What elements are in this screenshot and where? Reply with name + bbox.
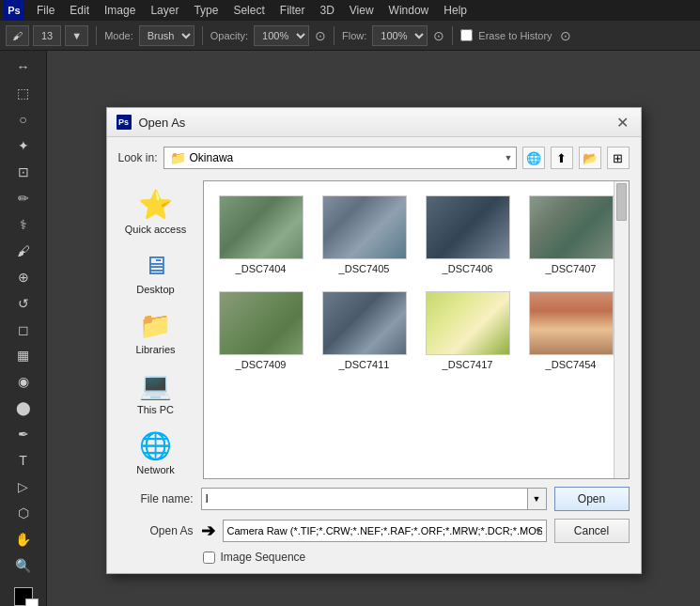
toolbar-divider-1 — [96, 26, 97, 45]
file-name-input-wrapper: ▼ — [201, 488, 547, 510]
nav-network-label: Network — [136, 464, 174, 475]
menu-bar: Ps File Edit Image Layer Type Select Fil… — [0, 0, 700, 21]
file-item[interactable]: _DSC7454 — [521, 285, 621, 377]
toolbar-brush-picker[interactable]: ▼ — [65, 25, 88, 46]
desktop-icon: 🖥 — [143, 250, 169, 281]
tool-magic-wand[interactable]: ✦ — [9, 133, 38, 158]
file-name: _DSC7406 — [443, 263, 493, 274]
tool-history-brush[interactable]: ↺ — [9, 291, 38, 316]
tool-zoom[interactable]: 🔍 — [9, 553, 38, 578]
file-item[interactable]: _DSC7407 — [521, 189, 621, 281]
tool-lasso[interactable]: ○ — [9, 107, 38, 132]
dialog-overlay: Ps Open As ✕ Look in: 📁 Okinawa 🌐 ⬆ — [47, 51, 700, 606]
tool-healing[interactable]: ⚕ — [9, 212, 38, 237]
tool-type[interactable]: T — [9, 448, 38, 473]
menu-image[interactable]: Image — [98, 2, 142, 19]
erase-history-icon[interactable]: ⊙ — [560, 28, 571, 43]
menu-file[interactable]: File — [30, 2, 61, 19]
file-item[interactable]: _DSC7409 — [211, 285, 311, 377]
erase-to-history-checkbox[interactable] — [460, 29, 473, 41]
menu-help[interactable]: Help — [437, 2, 474, 19]
tool-pen[interactable]: ✒ — [9, 422, 38, 446]
tool-eyedropper[interactable]: ✏ — [9, 186, 38, 210]
file-name: _DSC7411 — [339, 359, 390, 370]
image-sequence-row: Image Sequence — [118, 551, 630, 564]
nav-libraries-label: Libraries — [135, 344, 175, 355]
libraries-icon: 📁 — [139, 310, 172, 341]
scrollbar-thumb[interactable] — [616, 183, 627, 221]
menu-edit[interactable]: Edit — [63, 2, 96, 19]
flow-select[interactable]: 100% — [372, 25, 428, 46]
view-menu-button[interactable]: ⊞ — [607, 147, 630, 169]
menu-filter[interactable]: Filter — [273, 2, 312, 19]
file-item[interactable]: _DSC7404 — [211, 189, 311, 281]
tool-dodge[interactable]: ⬤ — [9, 396, 38, 420]
file-name: _DSC7405 — [339, 263, 390, 274]
file-name: _DSC7407 — [546, 263, 597, 274]
tool-shape[interactable]: ⬡ — [9, 501, 38, 525]
file-item[interactable]: _DSC7417 — [418, 285, 518, 377]
tool-move[interactable]: ↔ — [9, 54, 38, 79]
open-as-select[interactable]: Camera Raw (*.TIF;*.CRW;*.NEF;*.RAF;*.OR… — [223, 520, 547, 542]
menu-3d[interactable]: 3D — [313, 2, 340, 19]
nav-libraries[interactable]: 📁 Libraries — [120, 306, 191, 359]
dialog-titlebar: Ps Open As ✕ — [107, 108, 641, 137]
file-item[interactable]: _DSC7405 — [315, 189, 414, 281]
nav-this-pc-label: This PC — [137, 404, 174, 415]
foreground-background[interactable] — [14, 587, 33, 606]
tool-eraser[interactable]: ◻ — [9, 318, 38, 342]
file-item[interactable]: _DSC7406 — [418, 189, 518, 281]
image-sequence-label: Image Sequence — [221, 551, 306, 564]
file-name-input[interactable] — [201, 488, 528, 510]
flow-icon[interactable]: ⊙ — [433, 28, 444, 43]
toolbar-divider-3 — [334, 26, 334, 45]
mode-select[interactable]: Brush — [139, 25, 194, 46]
image-sequence-checkbox[interactable] — [203, 552, 215, 564]
tool-crop[interactable]: ⊡ — [9, 160, 38, 184]
look-in-value: Okinawa — [190, 151, 234, 164]
quick-access-icon: ⭐ — [138, 188, 173, 221]
open-as-select-wrapper: Camera Raw (*.TIF;*.CRW;*.NEF;*.RAF;*.OR… — [223, 520, 547, 542]
look-in-label: Look in: — [118, 151, 158, 164]
tool-blur[interactable]: ◉ — [9, 369, 38, 394]
file-name: _DSC7454 — [546, 359, 597, 370]
toolbar-brush-preset[interactable]: 🖌 — [6, 25, 29, 46]
toolbar-divider-2 — [202, 26, 203, 45]
menu-type[interactable]: Type — [187, 2, 225, 19]
nav-up-button[interactable]: ⬆ — [551, 147, 573, 169]
tools-panel: ↔ ⬚ ○ ✦ ⊡ ✏ ⚕ 🖌 ⊕ ↺ ◻ ▦ ◉ ⬤ ✒ T ▷ ⬡ ✋ 🔍 — [0, 51, 47, 606]
dialog-close-button[interactable]: ✕ — [614, 114, 631, 131]
tool-hand[interactable]: ✋ — [9, 527, 38, 552]
nav-quick-access[interactable]: ⭐ Quick access — [120, 184, 191, 239]
tool-stamp[interactable]: ⊕ — [9, 265, 38, 289]
nav-new-folder-button[interactable]: 📂 — [579, 147, 601, 169]
toolbar-divider-4 — [452, 26, 453, 45]
file-name-dropdown[interactable]: ▼ — [528, 488, 547, 510]
nav-this-pc[interactable]: 💻 This PC — [120, 366, 191, 419]
file-name: _DSC7417 — [443, 359, 493, 370]
file-name: _DSC7409 — [236, 359, 287, 370]
folder-icon: 📁 — [170, 150, 186, 165]
menu-window[interactable]: Window — [382, 2, 436, 19]
open-button[interactable]: Open — [554, 487, 630, 511]
opacity-icon[interactable]: ⊙ — [315, 28, 326, 43]
scrollbar[interactable] — [614, 181, 629, 478]
nav-desktop[interactable]: 🖥 Desktop — [120, 246, 191, 299]
look-in-select-wrapper[interactable]: 📁 Okinawa — [163, 147, 517, 169]
tool-marquee[interactable]: ⬚ — [9, 81, 38, 105]
tool-brush[interactable]: 🖌 — [9, 239, 38, 263]
nav-back-button[interactable]: 🌐 — [522, 147, 545, 169]
cancel-button[interactable]: Cancel — [554, 519, 630, 543]
tool-path-select[interactable]: ▷ — [9, 474, 38, 499]
menu-select[interactable]: Select — [226, 2, 271, 19]
tool-gradient[interactable]: ▦ — [9, 343, 38, 367]
nav-panel: ⭐ Quick access 🖥 Desktop 📁 Libraries — [118, 180, 194, 479]
opacity-select[interactable]: 100% — [254, 25, 309, 46]
menu-view[interactable]: View — [343, 2, 381, 19]
nav-network[interactable]: 🌐 Network — [120, 427, 191, 479]
open-as-row: Open As ➔ Camera Raw (*.TIF;*.CRW;*.NEF;… — [118, 519, 630, 543]
file-item[interactable]: _DSC7411 — [315, 285, 414, 377]
dialog-title-text: Open As — [139, 116, 607, 130]
menu-layer[interactable]: Layer — [144, 2, 185, 19]
toolbar: 🖌 13 ▼ Mode: Brush Opacity: 100% ⊙ Flow:… — [0, 21, 700, 51]
